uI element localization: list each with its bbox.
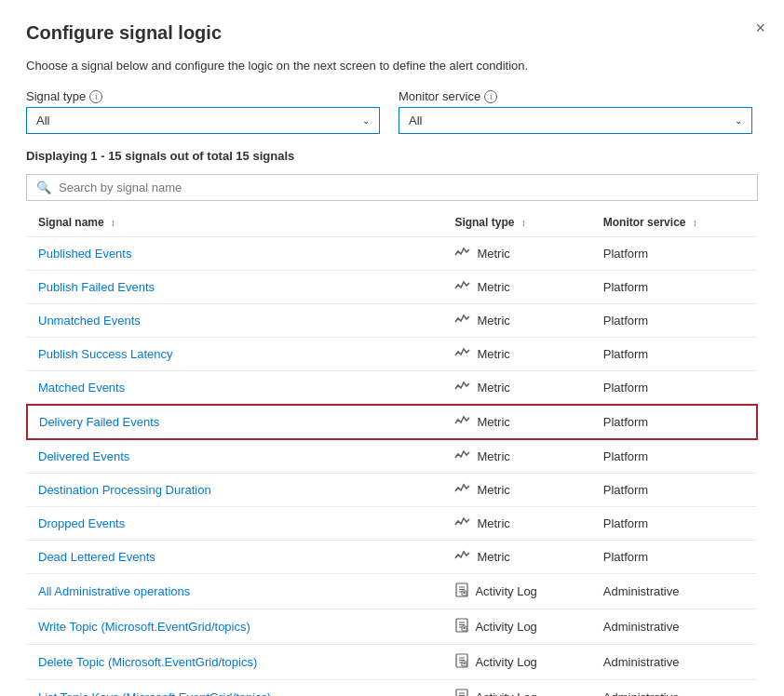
monitor-service-info-icon[interactable]: i [484,90,497,103]
dialog-container: Configure signal logic × Choose a signal… [0,0,784,696]
table-row: Dead Lettered EventsMetricPlatform [27,541,757,574]
signal-type-text: Activity Log [475,655,536,669]
table-header-row: Signal name ↕ Signal type ↕ Monitor serv… [27,208,757,237]
monitor-service-text: Administrative [592,645,757,680]
signal-name-link[interactable]: Destination Processing Duration [38,483,211,497]
signal-name-link[interactable]: Dropped Events [38,516,125,530]
monitor-service-sort-icon[interactable]: ↕ [693,218,697,228]
signal-name-link[interactable]: List Topic Keys (Microsoft.EventGrid/top… [38,690,271,696]
metric-icon [454,346,471,362]
table-row: Matched EventsMetricPlatform [27,371,757,406]
displaying-count: Displaying 1 - 15 signals out of total 1… [26,149,758,163]
dialog-title: Configure signal logic [26,22,758,44]
table-row: Write Topic (Microsoft.EventGrid/topics)… [27,609,757,645]
monitor-service-text: Platform [592,507,757,541]
signal-name-link[interactable]: Delivered Events [38,449,129,463]
monitor-service-text: Platform [592,371,757,406]
signal-name-link[interactable]: Published Events [38,247,131,261]
activity-log-icon [454,582,469,600]
activity-log-icon [454,618,469,636]
signal-type-text: Metric [477,280,509,294]
signal-name-link[interactable]: Delivery Failed Events [39,415,159,429]
monitor-service-dropdown[interactable]: All ⌄ [399,107,752,134]
metric-icon [454,549,471,565]
metric-icon [454,482,471,498]
table-row: List Topic Keys (Microsoft.EventGrid/top… [27,680,757,697]
table-row: Delete Topic (Microsoft.EventGrid/topics… [27,645,757,680]
metric-icon [454,380,471,395]
activity-log-icon [454,689,469,696]
monitor-service-text: Platform [592,271,757,304]
monitor-service-text: Administrative [592,574,757,609]
signal-type-text: Metric [477,516,509,530]
table-row: Delivered EventsMetricPlatform [27,439,757,474]
col-signal-type: Signal type ↕ [443,208,591,237]
close-button[interactable]: × [755,19,765,38]
metric-icon [454,414,471,430]
signal-name-link[interactable]: Matched Events [38,381,125,395]
signal-type-text: Metric [477,449,509,463]
signal-type-text: Activity Log [475,620,536,634]
table-row: Unmatched EventsMetricPlatform [27,304,757,338]
monitor-service-text: Platform [592,338,757,371]
col-monitor-service: Monitor service ↕ [592,208,757,237]
signal-type-text: Metric [477,381,509,395]
signal-name-link[interactable]: Publish Success Latency [38,347,173,361]
signal-type-info-icon[interactable]: i [89,90,102,103]
table-row: Delivery Failed EventsMetricPlatform [27,405,757,439]
signals-table: Signal name ↕ Signal type ↕ Monitor serv… [26,208,758,696]
signal-type-text: Metric [477,483,509,497]
signal-name-link[interactable]: Write Topic (Microsoft.EventGrid/topics) [38,620,250,634]
activity-log-icon [454,653,469,671]
monitor-service-label: Monitor service i [399,89,752,103]
signal-type-label: Signal type i [26,89,380,103]
metric-icon [454,246,471,261]
monitor-service-chevron-icon: ⌄ [735,115,742,126]
metric-icon [454,279,471,295]
signal-type-text: Metric [477,415,509,429]
table-row: Destination Processing DurationMetricPla… [27,474,757,507]
table-row: Dropped EventsMetricPlatform [27,507,757,541]
search-input[interactable] [59,181,748,194]
signal-type-filter: Signal type i All ⌄ [26,89,380,134]
filters-row: Signal type i All ⌄ Monitor service i Al… [26,89,758,134]
signal-type-chevron-icon: ⌄ [362,115,370,126]
search-icon: 🔍 [36,181,51,194]
table-row: Published EventsMetricPlatform [27,237,757,271]
signal-name-link[interactable]: Delete Topic (Microsoft.EventGrid/topics… [38,655,257,669]
signal-type-text: Metric [477,247,509,261]
monitor-service-text: Platform [592,474,757,507]
dialog-description: Choose a signal below and configure the … [26,59,758,73]
signal-name-sort-icon[interactable]: ↕ [111,218,115,228]
signal-name-link[interactable]: Publish Failed Events [38,280,155,294]
metric-icon [454,313,471,328]
monitor-service-text: Platform [592,237,757,271]
table-row: Publish Failed EventsMetricPlatform [27,271,757,304]
monitor-service-text: Platform [592,405,757,439]
table-row: Publish Success LatencyMetricPlatform [27,338,757,371]
search-box: 🔍 [26,174,758,201]
signal-type-text: Activity Log [475,690,536,696]
signal-type-text: Metric [477,347,509,361]
col-signal-name: Signal name ↕ [27,208,443,237]
signal-name-link[interactable]: Dead Lettered Events [38,550,155,564]
metric-icon [454,448,471,464]
signal-name-link[interactable]: All Administrative operations [38,584,190,598]
signal-type-text: Activity Log [475,584,536,598]
signal-type-text: Metric [477,550,509,564]
table-row: All Administrative operationsActivity Lo… [27,574,757,609]
signal-type-dropdown[interactable]: All ⌄ [26,107,380,134]
signal-name-link[interactable]: Unmatched Events [38,314,141,328]
monitor-service-text: Platform [592,304,757,338]
monitor-service-text: Platform [592,541,757,574]
monitor-service-text: Platform [592,439,757,474]
signal-type-text: Metric [477,314,509,328]
signal-type-sort-icon[interactable]: ↕ [521,218,526,228]
monitor-service-text: Administrative [592,609,757,645]
metric-icon [454,515,471,531]
monitor-service-text: Administrative [592,680,757,697]
monitor-service-filter: Monitor service i All ⌄ [399,89,752,134]
